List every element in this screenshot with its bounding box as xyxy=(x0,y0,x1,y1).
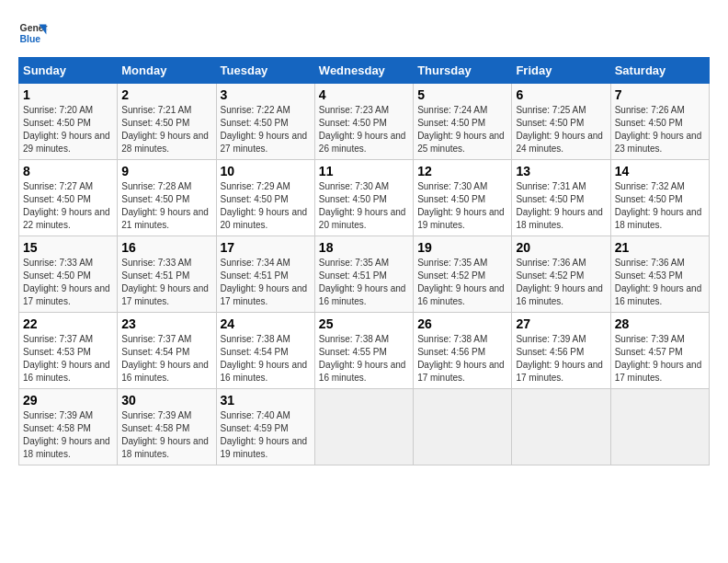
day-number: 19 xyxy=(417,240,507,255)
calendar-cell: 29Sunrise: 7:39 AMSunset: 4:58 PMDayligh… xyxy=(19,389,118,465)
calendar-cell: 10Sunrise: 7:29 AMSunset: 4:50 PMDayligh… xyxy=(216,160,314,236)
calendar-cell: 13Sunrise: 7:31 AMSunset: 4:50 PMDayligh… xyxy=(512,160,610,236)
calendar-cell: 14Sunrise: 7:32 AMSunset: 4:50 PMDayligh… xyxy=(610,160,709,236)
day-info: Sunrise: 7:37 AMSunset: 4:53 PMDaylight:… xyxy=(23,334,110,383)
day-number: 23 xyxy=(121,316,211,331)
day-info: Sunrise: 7:25 AMSunset: 4:50 PMDaylight:… xyxy=(516,105,603,154)
calendar-cell: 21Sunrise: 7:36 AMSunset: 4:53 PMDayligh… xyxy=(610,236,709,313)
day-number: 3 xyxy=(221,87,311,102)
day-info: Sunrise: 7:36 AMSunset: 4:53 PMDaylight:… xyxy=(615,258,702,306)
day-number: 11 xyxy=(319,164,409,178)
day-number: 8 xyxy=(23,164,113,178)
day-number: 17 xyxy=(221,240,311,255)
day-info: Sunrise: 7:33 AMSunset: 4:51 PMDaylight:… xyxy=(121,258,209,306)
calendar-week-2: 8Sunrise: 7:27 AMSunset: 4:50 PMDaylight… xyxy=(19,160,710,236)
day-number: 14 xyxy=(615,164,705,178)
day-info: Sunrise: 7:20 AMSunset: 4:50 PMDaylight:… xyxy=(23,105,110,154)
calendar-cell: 31Sunrise: 7:40 AMSunset: 4:59 PMDayligh… xyxy=(216,389,314,465)
day-info: Sunrise: 7:31 AMSunset: 4:50 PMDaylight:… xyxy=(516,181,603,230)
day-info: Sunrise: 7:35 AMSunset: 4:51 PMDaylight:… xyxy=(319,258,406,306)
day-number: 12 xyxy=(417,164,507,178)
calendar-cell: 16Sunrise: 7:33 AMSunset: 4:51 PMDayligh… xyxy=(118,236,216,313)
calendar-cell: 3Sunrise: 7:22 AMSunset: 4:50 PMDaylight… xyxy=(216,84,314,160)
calendar-cell: 2Sunrise: 7:21 AMSunset: 4:50 PMDaylight… xyxy=(118,84,216,160)
day-info: Sunrise: 7:23 AMSunset: 4:50 PMDaylight:… xyxy=(319,105,406,154)
calendar-cell: 20Sunrise: 7:36 AMSunset: 4:52 PMDayligh… xyxy=(512,236,610,313)
day-info: Sunrise: 7:40 AMSunset: 4:59 PMDaylight:… xyxy=(221,410,308,459)
calendar-cell: 18Sunrise: 7:35 AMSunset: 4:51 PMDayligh… xyxy=(314,236,413,313)
day-info: Sunrise: 7:36 AMSunset: 4:52 PMDaylight:… xyxy=(516,258,603,306)
day-info: Sunrise: 7:26 AMSunset: 4:50 PMDaylight:… xyxy=(615,105,702,154)
day-number: 10 xyxy=(221,164,311,178)
day-number: 6 xyxy=(516,87,606,102)
calendar-cell: 15Sunrise: 7:33 AMSunset: 4:50 PMDayligh… xyxy=(19,236,118,313)
day-number: 4 xyxy=(319,87,409,102)
day-info: Sunrise: 7:38 AMSunset: 4:56 PMDaylight:… xyxy=(417,334,505,383)
day-number: 9 xyxy=(121,164,211,178)
header-day-thursday: Thursday xyxy=(414,58,512,84)
day-info: Sunrise: 7:29 AMSunset: 4:50 PMDaylight:… xyxy=(221,181,308,230)
day-number: 2 xyxy=(121,87,211,102)
day-number: 24 xyxy=(221,316,311,331)
day-number: 7 xyxy=(615,87,705,102)
header-day-saturday: Saturday xyxy=(610,58,709,84)
calendar-week-1: 1Sunrise: 7:20 AMSunset: 4:50 PMDaylight… xyxy=(19,84,710,160)
calendar-cell: 25Sunrise: 7:38 AMSunset: 4:55 PMDayligh… xyxy=(314,313,413,389)
calendar-cell: 22Sunrise: 7:37 AMSunset: 4:53 PMDayligh… xyxy=(19,313,118,389)
day-number: 27 xyxy=(516,316,606,331)
header-day-sunday: Sunday xyxy=(19,58,118,84)
calendar-cell: 7Sunrise: 7:26 AMSunset: 4:50 PMDaylight… xyxy=(610,84,709,160)
header-day-monday: Monday xyxy=(118,58,216,84)
logo: General Blue xyxy=(18,18,48,48)
calendar-cell: 1Sunrise: 7:20 AMSunset: 4:50 PMDaylight… xyxy=(19,84,118,160)
calendar-cell xyxy=(512,389,610,465)
day-number: 20 xyxy=(516,240,606,255)
calendar-cell: 12Sunrise: 7:30 AMSunset: 4:50 PMDayligh… xyxy=(414,160,512,236)
calendar-cell: 24Sunrise: 7:38 AMSunset: 4:54 PMDayligh… xyxy=(216,313,314,389)
day-info: Sunrise: 7:28 AMSunset: 4:50 PMDaylight:… xyxy=(121,181,209,230)
day-info: Sunrise: 7:30 AMSunset: 4:50 PMDaylight:… xyxy=(319,181,406,230)
day-number: 16 xyxy=(121,240,211,255)
day-number: 21 xyxy=(615,240,705,255)
day-number: 25 xyxy=(319,316,409,331)
calendar-cell: 8Sunrise: 7:27 AMSunset: 4:50 PMDaylight… xyxy=(19,160,118,236)
day-number: 31 xyxy=(221,393,311,408)
day-info: Sunrise: 7:37 AMSunset: 4:54 PMDaylight:… xyxy=(121,334,209,383)
day-info: Sunrise: 7:33 AMSunset: 4:50 PMDaylight:… xyxy=(23,258,110,306)
day-info: Sunrise: 7:39 AMSunset: 4:56 PMDaylight:… xyxy=(516,334,603,383)
calendar-cell: 5Sunrise: 7:24 AMSunset: 4:50 PMDaylight… xyxy=(414,84,512,160)
calendar-cell: 28Sunrise: 7:39 AMSunset: 4:57 PMDayligh… xyxy=(610,313,709,389)
day-number: 5 xyxy=(417,87,507,102)
calendar-cell: 23Sunrise: 7:37 AMSunset: 4:54 PMDayligh… xyxy=(118,313,216,389)
day-info: Sunrise: 7:39 AMSunset: 4:58 PMDaylight:… xyxy=(121,410,209,459)
header: General Blue xyxy=(18,18,710,48)
calendar-cell: 11Sunrise: 7:30 AMSunset: 4:50 PMDayligh… xyxy=(314,160,413,236)
logo-icon: General Blue xyxy=(18,18,48,48)
header-day-friday: Friday xyxy=(512,58,610,84)
svg-text:Blue: Blue xyxy=(20,34,41,44)
calendar-cell: 9Sunrise: 7:28 AMSunset: 4:50 PMDaylight… xyxy=(118,160,216,236)
day-number: 22 xyxy=(23,316,113,331)
day-number: 13 xyxy=(516,164,606,178)
day-number: 1 xyxy=(23,87,113,102)
day-number: 26 xyxy=(417,316,507,331)
day-info: Sunrise: 7:30 AMSunset: 4:50 PMDaylight:… xyxy=(417,181,505,230)
calendar-cell xyxy=(414,389,512,465)
day-info: Sunrise: 7:38 AMSunset: 4:55 PMDaylight:… xyxy=(319,334,406,383)
day-info: Sunrise: 7:38 AMSunset: 4:54 PMDaylight:… xyxy=(221,334,308,383)
day-info: Sunrise: 7:32 AMSunset: 4:50 PMDaylight:… xyxy=(615,181,702,230)
calendar-cell: 19Sunrise: 7:35 AMSunset: 4:52 PMDayligh… xyxy=(414,236,512,313)
calendar-table: SundayMondayTuesdayWednesdayThursdayFrid… xyxy=(18,57,710,465)
calendar-week-4: 22Sunrise: 7:37 AMSunset: 4:53 PMDayligh… xyxy=(19,313,710,389)
day-number: 15 xyxy=(23,240,113,255)
calendar-week-3: 15Sunrise: 7:33 AMSunset: 4:50 PMDayligh… xyxy=(19,236,710,313)
day-info: Sunrise: 7:24 AMSunset: 4:50 PMDaylight:… xyxy=(417,105,505,154)
day-number: 30 xyxy=(121,393,211,408)
header-day-tuesday: Tuesday xyxy=(216,58,314,84)
calendar-cell xyxy=(610,389,709,465)
day-number: 28 xyxy=(615,316,705,331)
day-info: Sunrise: 7:34 AMSunset: 4:51 PMDaylight:… xyxy=(221,258,308,306)
day-info: Sunrise: 7:35 AMSunset: 4:52 PMDaylight:… xyxy=(417,258,505,306)
calendar-cell: 6Sunrise: 7:25 AMSunset: 4:50 PMDaylight… xyxy=(512,84,610,160)
day-number: 29 xyxy=(23,393,113,408)
